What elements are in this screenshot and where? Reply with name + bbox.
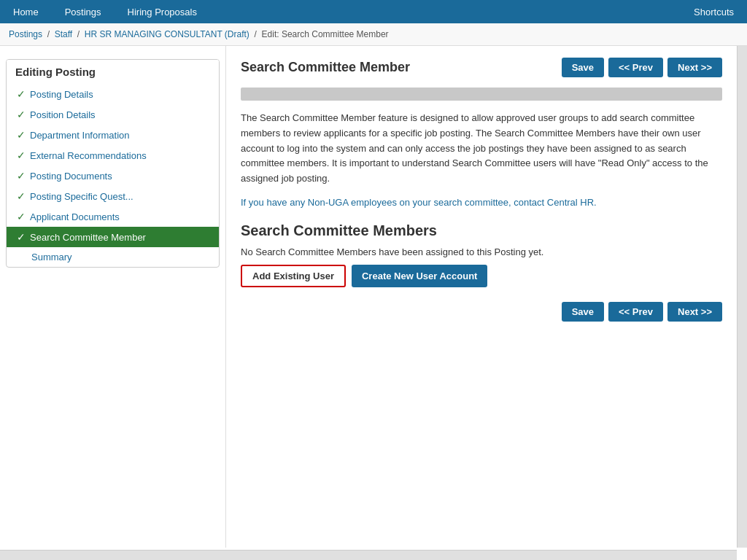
check-icon-applicant-documents: ✓: [17, 211, 26, 222]
add-existing-user-button[interactable]: Add Existing User: [241, 265, 346, 287]
postings-link[interactable]: Postings: [59, 7, 107, 18]
check-icon-external-recommendations: ✓: [17, 149, 26, 161]
scrollbar[interactable]: [737, 46, 747, 548]
main-layout: Editing Posting ✓ Posting Details ✓ Posi…: [0, 46, 747, 548]
sidebar-item-external-recommendations[interactable]: ✓ External Recommendations: [7, 145, 219, 166]
create-new-user-button[interactable]: Create New User Account: [352, 265, 487, 287]
shortcuts-link[interactable]: Shortcuts: [688, 7, 740, 18]
description-text: The Search Committee Member feature is d…: [241, 111, 722, 187]
content-area: Search Committee Member Save << Prev Nex…: [226, 46, 737, 548]
breadcrumb-posting-name[interactable]: HR SR MANAGING CONSULTANT (Draft): [85, 29, 249, 39]
bottom-button-group: Save << Prev Next >>: [241, 302, 722, 322]
non-uga-link[interactable]: If you have any Non-UGA employees on you…: [241, 197, 597, 208]
page-title: Search Committee Member: [241, 60, 562, 75]
sidebar-item-summary[interactable]: Summary: [7, 247, 219, 267]
sidebar-item-position-details[interactable]: ✓ Position Details: [7, 104, 219, 125]
prev-button-bottom[interactable]: << Prev: [608, 302, 663, 322]
sidebar-label-position-details: Position Details: [30, 109, 96, 120]
sidebar-item-department-information[interactable]: ✓ Department Information: [7, 125, 219, 145]
top-navigation: Home Postings Hiring Proposals Shortcuts: [0, 0, 747, 23]
sidebar: Editing Posting ✓ Posting Details ✓ Posi…: [0, 46, 226, 548]
breadcrumb-staff[interactable]: Staff: [55, 29, 72, 39]
breadcrumb-current: Edit: Search Committee Member: [262, 29, 389, 39]
save-button-top[interactable]: Save: [562, 58, 604, 77]
sidebar-label-posting-specific-quest: Posting Specific Quest...: [30, 191, 133, 202]
breadcrumb-postings[interactable]: Postings: [9, 29, 42, 39]
no-members-message: No Search Committee Members have been as…: [241, 246, 722, 257]
check-icon-posting-details: ✓: [17, 88, 26, 100]
non-uga-note: If you have any Non-UGA employees on you…: [241, 195, 722, 211]
sidebar-label-summary: Summary: [31, 252, 72, 262]
sidebar-item-search-committee-member[interactable]: ✓ Search Committee Member: [7, 227, 219, 247]
editing-posting-title: Editing Posting: [7, 60, 219, 84]
next-button-bottom[interactable]: Next >>: [667, 302, 722, 322]
breadcrumb: Postings / Staff / HR SR MANAGING CONSUL…: [0, 23, 747, 46]
check-icon-posting-specific-quest: ✓: [17, 190, 26, 202]
sidebar-item-posting-documents[interactable]: ✓ Posting Documents: [7, 166, 219, 186]
sidebar-label-posting-details: Posting Details: [30, 89, 93, 100]
sidebar-label-applicant-documents: Applicant Documents: [30, 211, 120, 222]
save-button-bottom[interactable]: Save: [562, 302, 604, 322]
hiring-proposals-link[interactable]: Hiring Proposals: [122, 7, 203, 18]
top-button-group: Save << Prev Next >>: [562, 58, 722, 77]
sidebar-label-posting-documents: Posting Documents: [30, 171, 112, 182]
check-icon-position-details: ✓: [17, 109, 26, 120]
check-icon-department-information: ✓: [17, 129, 26, 141]
action-buttons: Add Existing User Create New User Accoun…: [241, 265, 722, 287]
section-title: Search Committee Members: [241, 222, 722, 239]
sidebar-label-department-information: Department Information: [30, 130, 130, 141]
next-button-top[interactable]: Next >>: [667, 58, 722, 77]
page-header: Search Committee Member Save << Prev Nex…: [241, 58, 722, 77]
gray-bar: [241, 88, 722, 101]
sidebar-label-search-committee-member: Search Committee Member: [30, 232, 146, 243]
sidebar-item-posting-specific-quest[interactable]: ✓ Posting Specific Quest...: [7, 186, 219, 206]
editing-posting-box: Editing Posting ✓ Posting Details ✓ Posi…: [6, 59, 220, 268]
sidebar-item-posting-details[interactable]: ✓ Posting Details: [7, 84, 219, 104]
check-icon-search-committee-member: ✓: [17, 231, 26, 243]
prev-button-top[interactable]: << Prev: [608, 58, 663, 77]
sidebar-item-applicant-documents[interactable]: ✓ Applicant Documents: [7, 206, 219, 227]
check-icon-posting-documents: ✓: [17, 170, 26, 182]
sidebar-label-external-recommendations: External Recommendations: [30, 150, 147, 161]
home-link[interactable]: Home: [7, 7, 44, 18]
